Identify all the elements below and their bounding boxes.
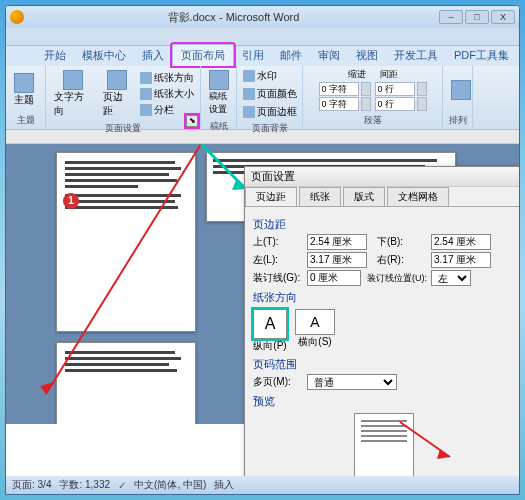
orientation-section-label: 纸张方向: [253, 290, 515, 305]
page-color-button[interactable]: 页面颜色: [241, 86, 299, 102]
indent-left-input[interactable]: [319, 82, 371, 96]
tab-view[interactable]: 视图: [348, 45, 386, 66]
dialog-tabs: 页边距 纸张 版式 文档网格: [245, 187, 520, 207]
page-1[interactable]: 1: [56, 152, 196, 332]
group-manuscript-label: 稿纸: [205, 118, 232, 133]
group-arrange-label: 排列: [447, 112, 468, 127]
tab-references[interactable]: 引用: [234, 45, 272, 66]
size-icon: [140, 88, 152, 100]
doc-title: 背影.docx - Microsoft Word: [28, 10, 439, 25]
dlg-tab-margins[interactable]: 页边距: [245, 187, 297, 206]
margin-top-input[interactable]: [307, 234, 367, 250]
margin-left-input[interactable]: [307, 252, 367, 268]
orientation-button[interactable]: 纸张方向: [138, 70, 196, 86]
tab-page-layout[interactable]: 页面布局: [172, 44, 234, 66]
margins-button[interactable]: 页边距: [99, 68, 136, 120]
tab-mail[interactable]: 邮件: [272, 45, 310, 66]
tab-home[interactable]: 开始: [36, 45, 74, 66]
page-3[interactable]: 3 第三页: [56, 342, 196, 424]
group-theme-label: 主题: [10, 112, 41, 127]
spacing-after-input[interactable]: [375, 97, 427, 111]
dialog-title: 页面设置: [245, 167, 520, 187]
page-border-button[interactable]: 页面边框: [241, 104, 299, 120]
preview-thumbnail: [354, 413, 414, 483]
dlg-tab-paper[interactable]: 纸张: [299, 187, 341, 206]
margins-section-label: 页边距: [253, 217, 515, 232]
tab-insert[interactable]: 插入: [134, 45, 172, 66]
status-insert[interactable]: 插入: [214, 478, 234, 492]
dlg-tab-grid[interactable]: 文档网格: [387, 187, 449, 206]
word-window: 背影.docx - Microsoft Word – □ X 开始 模板中心 插…: [5, 5, 520, 495]
group-background-label: 页面背景: [241, 120, 298, 135]
orientation-icon: [140, 72, 152, 84]
tab-developer[interactable]: 开发工具: [386, 45, 446, 66]
callout-badge-1: 1: [63, 193, 79, 209]
svg-marker-1: [40, 382, 54, 394]
dlg-tab-layout[interactable]: 版式: [343, 187, 385, 206]
page-border-icon: [243, 106, 255, 118]
page-setup-dialog: 页面设置 页边距 纸张 版式 文档网格 页边距 上(T): 下(B): 左(L)…: [244, 166, 520, 495]
manuscript-icon: [209, 70, 229, 90]
status-words[interactable]: 字数: 1,332: [59, 478, 110, 492]
group-paragraph-label: 段落: [307, 112, 438, 127]
tab-review[interactable]: 审阅: [310, 45, 348, 66]
page-color-icon: [243, 88, 255, 100]
watermark-button[interactable]: 水印: [241, 68, 279, 84]
multipage-select[interactable]: 普通: [307, 374, 397, 390]
status-page[interactable]: 页面: 3/4: [12, 478, 51, 492]
text-direction-icon: [63, 70, 83, 90]
arrange-icon: [451, 80, 471, 100]
size-button[interactable]: 纸张大小: [138, 86, 196, 102]
tab-pdf[interactable]: PDF工具集: [446, 45, 517, 66]
ribbon: 主题 主题 文字方向 页边距 纸张方向 纸张大小 分栏 页面设置 ⬊ 稿纸设置 …: [6, 66, 519, 130]
columns-icon: [140, 104, 152, 116]
theme-button[interactable]: 主题: [10, 71, 38, 109]
office-button[interactable]: [10, 10, 24, 24]
status-bar: 页面: 3/4 字数: 1,332 ✓ 中文(简体, 中国) 插入: [6, 476, 519, 494]
theme-icon: [14, 73, 34, 93]
group-page-setup-label: 页面设置: [50, 120, 196, 135]
tab-template[interactable]: 模板中心: [74, 45, 134, 66]
status-language[interactable]: 中文(简体, 中国): [134, 478, 206, 492]
preview-section-label: 预览: [253, 394, 515, 409]
indent-right-input[interactable]: [319, 97, 371, 111]
minimize-button[interactable]: –: [439, 10, 463, 24]
margin-right-input[interactable]: [431, 252, 491, 268]
watermark-icon: [243, 70, 255, 82]
text-direction-button[interactable]: 文字方向: [50, 68, 97, 120]
gutter-position-select[interactable]: 左: [431, 270, 471, 286]
svg-marker-5: [437, 449, 450, 459]
arrange-button[interactable]: [447, 78, 475, 102]
gutter-input[interactable]: [307, 270, 361, 286]
range-section-label: 页码范围: [253, 357, 515, 372]
orientation-landscape[interactable]: A横向(S): [295, 309, 335, 353]
page-setup-dialog-launcher[interactable]: ⬊: [186, 115, 198, 127]
margin-bottom-input[interactable]: [431, 234, 491, 250]
close-button[interactable]: X: [491, 10, 515, 24]
manuscript-button[interactable]: 稿纸设置: [205, 68, 233, 118]
orientation-portrait[interactable]: A纵向(P): [253, 309, 287, 353]
maximize-button[interactable]: □: [465, 10, 489, 24]
titlebar: 背影.docx - Microsoft Word – □ X: [6, 6, 519, 28]
quick-access-toolbar[interactable]: [6, 28, 519, 46]
margins-icon: [107, 70, 127, 90]
ribbon-tabs: 开始 模板中心 插入 页面布局 引用 邮件 审阅 视图 开发工具 PDF工具集: [6, 46, 519, 66]
spacing-before-input[interactable]: [375, 82, 427, 96]
